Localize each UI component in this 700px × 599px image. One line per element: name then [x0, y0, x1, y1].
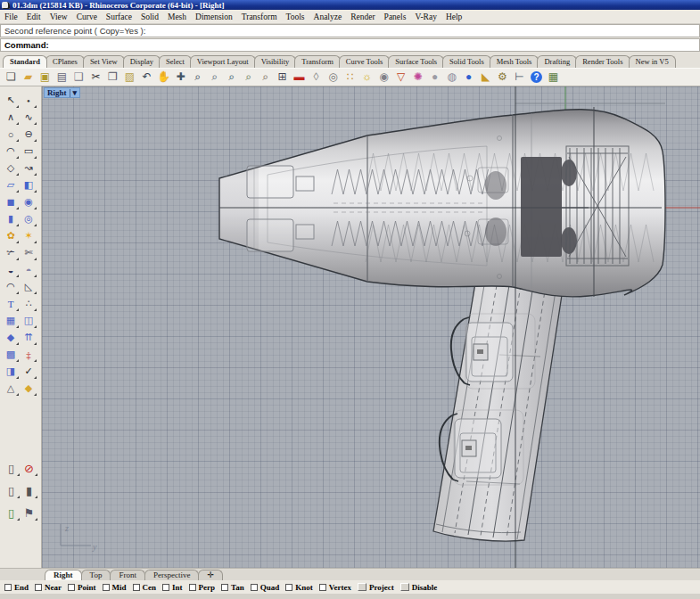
osnap-button[interactable]: Project — [358, 583, 394, 592]
image-frame-icon[interactable]: ▦ — [545, 70, 562, 85]
menu-item[interactable]: Edit — [22, 12, 45, 21]
boolean-difference-icon[interactable]: ◓ — [21, 262, 37, 277]
checkbox-icon[interactable] — [221, 584, 228, 591]
lamp-on-icon[interactable]: ▯ — [4, 461, 20, 476]
tab-visibility[interactable]: Visibility — [254, 55, 297, 68]
title-bar[interactable]: 01.3dm (215814 KB) - Rhinoceros Corporat… — [0, 0, 700, 10]
zoom-extents-icon[interactable]: ⌕ — [257, 70, 274, 85]
mirror-icon[interactable]: ◫ — [21, 313, 37, 328]
ellipse-icon[interactable]: ⊖ — [21, 127, 37, 142]
menu-item[interactable]: Surface — [102, 12, 136, 21]
menu-item[interactable]: V-Ray — [410, 12, 441, 21]
explode-icon[interactable]: ✶ — [21, 228, 37, 243]
tab-set-view[interactable]: Set View — [83, 55, 125, 68]
trim-icon[interactable]: ✃ — [3, 245, 19, 260]
save-icon[interactable]: ▣ — [37, 70, 54, 85]
checkbox-icon[interactable] — [251, 584, 258, 591]
select-arrow-icon[interactable]: ↖ — [3, 93, 19, 108]
gears-icon[interactable]: ⚙ — [494, 70, 511, 85]
checkbox-icon[interactable] — [162, 584, 169, 591]
solid-union-icon[interactable]: ◆ — [3, 330, 19, 345]
flower-array-icon[interactable]: ✿ — [3, 228, 19, 243]
osnap-toggle[interactable]: Cen — [133, 583, 157, 592]
button-icon[interactable] — [358, 583, 366, 591]
snap-dots-icon[interactable]: ∷ — [342, 70, 358, 85]
checkbox-icon[interactable] — [4, 584, 12, 591]
dimension-icon[interactable]: ⊢ — [511, 70, 528, 85]
torus-icon[interactable]: ◎ — [21, 211, 37, 226]
edit-points-icon[interactable]: ∴ — [21, 296, 37, 311]
flag-icon[interactable]: ⚑ — [21, 505, 37, 521]
cylinder-icon[interactable]: ▮ — [3, 211, 19, 226]
tab-select[interactable]: Select — [159, 55, 192, 68]
osnap-toggle[interactable]: Quad — [251, 583, 280, 592]
tab-transform[interactable]: Transform — [294, 55, 341, 68]
lamp-off-icon[interactable]: ⊘ — [21, 461, 37, 476]
array-icon[interactable]: ▦ — [3, 313, 19, 328]
rotate-view-icon[interactable]: ✚ — [172, 70, 189, 85]
checkbox-icon[interactable] — [35, 584, 42, 591]
menu-item[interactable]: Mesh — [163, 12, 191, 21]
split-curve-icon[interactable]: ✄ — [21, 245, 37, 260]
viewport-title-dropdown-icon[interactable]: ▾ — [73, 88, 78, 97]
osnap-button[interactable]: Disable — [400, 583, 438, 592]
lightbulb-icon[interactable]: ☼ — [358, 70, 375, 85]
zoom-dynamic-icon[interactable]: ⌕ — [206, 70, 223, 85]
checkbox-icon[interactable] — [189, 584, 196, 591]
rendered-sphere-icon[interactable]: ● — [460, 70, 477, 85]
freeform-icon[interactable]: ↝ — [21, 160, 37, 176]
split-surface-icon[interactable]: ◨ — [3, 364, 19, 379]
osnap-toggle[interactable]: Tan — [221, 583, 244, 592]
text-icon[interactable]: T — [3, 296, 19, 311]
check-icon[interactable]: ✓ — [21, 364, 37, 379]
viewport-layout-icon[interactable]: ⊞ — [274, 70, 291, 85]
color-wheel-icon[interactable]: ✺ — [409, 70, 426, 85]
car-icon[interactable]: ▬ — [291, 70, 308, 85]
menu-item[interactable]: File — [0, 12, 22, 21]
print-icon[interactable]: ▤ — [54, 70, 70, 85]
open-folder-icon[interactable]: ▰ — [20, 70, 37, 85]
checkbox-icon[interactable] — [133, 584, 140, 591]
command-history-line[interactable]: Second reference point ( Copy=Yes ): — [0, 24, 700, 37]
box-icon[interactable]: ◼ — [3, 194, 19, 209]
vtab-add[interactable]: ✛ — [198, 570, 223, 580]
boolean-union-icon[interactable]: ◒ — [3, 262, 19, 277]
circle-icon[interactable]: ○ — [3, 127, 19, 142]
primitives-icon[interactable]: △ — [3, 381, 19, 396]
tab-drafting[interactable]: Drafting — [537, 55, 577, 68]
cut-icon[interactable]: ✂ — [87, 70, 104, 85]
checkbox-icon[interactable] — [103, 584, 110, 591]
vtab-right[interactable]: Right — [45, 570, 82, 580]
menu-item[interactable]: Analyze — [309, 12, 347, 21]
hairdryer-handle[interactable] — [433, 283, 564, 541]
menu-item[interactable]: Tools — [282, 12, 309, 21]
menu-item[interactable]: Curve — [72, 12, 102, 21]
tab-mesh-tools[interactable]: Mesh Tools — [490, 55, 539, 68]
lamp-green-icon[interactable]: ▯ — [4, 505, 20, 521]
osnap-toggle[interactable]: Perp — [189, 583, 216, 592]
zoom-selected-icon[interactable]: ⌕ — [240, 70, 257, 85]
osnap-toggle[interactable]: End — [4, 583, 29, 592]
osnap-toggle[interactable]: Vertex — [319, 583, 351, 592]
tab-render-tools[interactable]: Render Tools — [575, 55, 630, 68]
osnap-toggle[interactable]: Near — [35, 583, 62, 592]
cplane-icon[interactable]: ◊ — [308, 70, 325, 85]
lock-icon[interactable]: ◉ — [375, 70, 392, 85]
vtab-top[interactable]: Top — [81, 570, 111, 580]
lamp-dark-icon[interactable]: ▮ — [21, 483, 37, 498]
menu-item[interactable]: Render — [346, 12, 379, 21]
shaded-sphere-icon[interactable]: ● — [426, 70, 443, 85]
viewport-title[interactable]: Right ▾ — [44, 87, 80, 98]
sphere-icon[interactable]: ◉ — [21, 194, 37, 209]
fillet-curve-icon[interactable]: ◠ — [3, 279, 19, 294]
surface-edge-icon[interactable]: ◧ — [21, 177, 37, 193]
osnap-toggle[interactable]: Int — [162, 583, 183, 592]
help-icon[interactable]: ? — [531, 71, 542, 83]
array-grid-icon[interactable]: ▩ — [3, 347, 19, 362]
osnap-toggle[interactable]: Mid — [103, 583, 127, 592]
checkbox-icon[interactable] — [319, 584, 326, 591]
menu-item[interactable]: View — [45, 12, 72, 21]
tab-surface-tools[interactable]: Surface Tools — [388, 55, 444, 68]
vtab-front[interactable]: Front — [110, 570, 145, 580]
chamfer-curve-icon[interactable]: ◺ — [21, 279, 37, 294]
